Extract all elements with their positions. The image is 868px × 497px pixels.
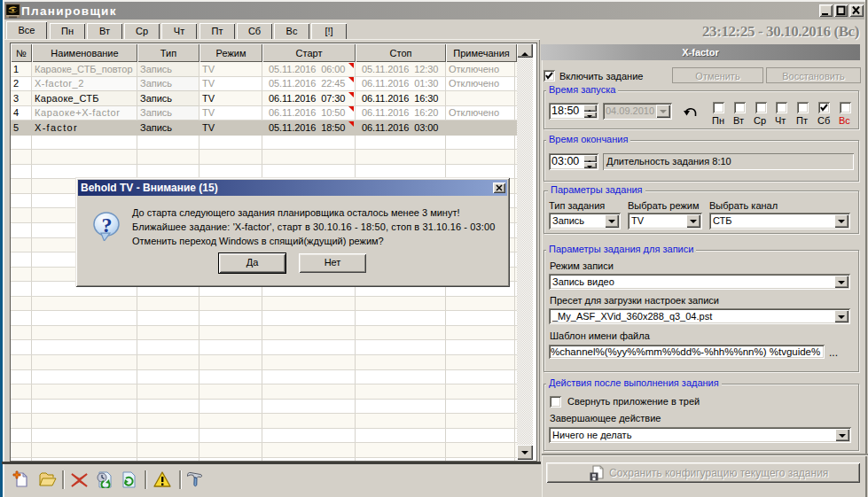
svg-text:?: ?	[102, 214, 113, 237]
